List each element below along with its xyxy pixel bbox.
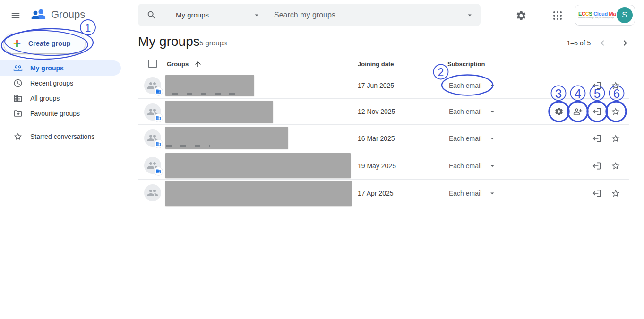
domain-badge-icon bbox=[156, 115, 161, 121]
group-count: 5 groups bbox=[199, 39, 227, 47]
select-all-checkbox[interactable] bbox=[148, 60, 157, 68]
next-page-button[interactable] bbox=[619, 37, 631, 49]
redacted-text-fragment bbox=[172, 93, 243, 95]
avatar[interactable]: S bbox=[617, 7, 633, 23]
organization-badge bbox=[155, 114, 163, 122]
chevron-down-icon bbox=[488, 162, 497, 170]
plus-multicolor-icon bbox=[12, 38, 22, 49]
previous-page-button[interactable] bbox=[597, 37, 608, 49]
table-header: Groups Joining date Subscription bbox=[138, 57, 629, 72]
sidebar-item-label: Recent groups bbox=[30, 79, 73, 87]
redacted-group-name bbox=[165, 101, 273, 123]
search-bar[interactable]: My groups Search my groups bbox=[138, 4, 481, 26]
column-header-subscription: Subscription bbox=[447, 57, 485, 72]
leave-group-button[interactable] bbox=[587, 76, 606, 95]
chevron-down-icon bbox=[488, 107, 497, 116]
chevron-right-icon bbox=[619, 37, 631, 49]
table-row[interactable]: 19 May 2025 Each email bbox=[138, 152, 629, 180]
sidebar-item-recent-groups[interactable]: Recent groups bbox=[0, 76, 121, 91]
domain-badge-icon bbox=[156, 141, 161, 147]
leave-group-icon bbox=[592, 81, 601, 90]
create-group-label: Create group bbox=[28, 40, 71, 47]
chevron-down-icon bbox=[488, 81, 497, 90]
sidebar-item-label: My groups bbox=[30, 64, 64, 72]
sidebar-item-starred-conversations[interactable]: Starred conversations bbox=[0, 129, 121, 144]
column-header-joining-date: Joining date bbox=[358, 57, 394, 72]
redacted-group-name bbox=[165, 153, 351, 178]
leave-group-button[interactable] bbox=[587, 184, 606, 203]
star-icon bbox=[611, 134, 620, 143]
create-group-button[interactable]: Create group bbox=[4, 33, 85, 53]
subscription-dropdown[interactable]: Each email bbox=[449, 134, 497, 143]
brand-word: Cloud bbox=[592, 11, 609, 17]
sidebar-item-all-groups[interactable]: All groups bbox=[0, 91, 121, 106]
domain-icon bbox=[13, 94, 23, 103]
avatar-letter: S bbox=[622, 10, 627, 20]
leave-group-button[interactable] bbox=[587, 102, 606, 121]
table-row[interactable]: 12 Nov 2025 Each email bbox=[138, 99, 629, 125]
leave-group-button[interactable] bbox=[587, 156, 606, 175]
star-group-button[interactable] bbox=[606, 184, 625, 203]
arrow-up-icon bbox=[194, 60, 202, 69]
search-icon bbox=[146, 10, 157, 20]
star-icon bbox=[611, 161, 620, 171]
domain-badge-icon bbox=[156, 169, 161, 174]
gear-icon bbox=[515, 10, 527, 21]
leave-group-icon bbox=[592, 134, 601, 143]
brand-word: Mail bbox=[609, 11, 616, 17]
chevron-down-icon bbox=[252, 11, 261, 19]
group-avatar bbox=[144, 184, 161, 201]
subscription-value: Each email bbox=[449, 162, 481, 170]
subscription-value: Each email bbox=[449, 108, 481, 115]
pagination-range: 1–5 of 5 bbox=[562, 39, 595, 47]
add-members-button[interactable] bbox=[568, 102, 587, 121]
search-scope-dropdown[interactable]: My groups bbox=[176, 11, 266, 19]
joining-date: 17 Jun 2025 bbox=[358, 82, 394, 89]
redacted-text-fragment bbox=[166, 145, 210, 147]
chevron-down-icon bbox=[488, 189, 497, 198]
joining-date: 16 Mar 2025 bbox=[358, 135, 395, 142]
advanced-search-chevron-icon[interactable] bbox=[465, 11, 474, 19]
sidebar-item-favourite-groups[interactable]: Favourite groups bbox=[0, 106, 121, 121]
subscription-dropdown[interactable]: Each email bbox=[449, 81, 497, 90]
star-group-button[interactable] bbox=[606, 102, 625, 121]
sidebar-item-label: All groups bbox=[30, 95, 60, 102]
table-row[interactable]: 17 Jun 2025 Each email bbox=[138, 72, 629, 99]
group-settings-button[interactable] bbox=[550, 102, 568, 121]
google-apps-button[interactable] bbox=[552, 9, 564, 22]
main-menu-button[interactable] bbox=[9, 9, 22, 22]
organization-badge bbox=[155, 167, 163, 175]
star-group-button[interactable] bbox=[606, 76, 625, 95]
star-group-button[interactable] bbox=[606, 156, 625, 175]
star-icon bbox=[13, 132, 23, 141]
table-row[interactable]: 16 Mar 2025 Each email bbox=[138, 125, 629, 152]
column-header-groups[interactable]: Groups bbox=[167, 57, 189, 72]
google-groups-page: Groups My groups Search my groups ECCS C… bbox=[0, 0, 644, 319]
groups-logo-icon bbox=[29, 6, 47, 24]
subscription-dropdown[interactable]: Each email bbox=[449, 107, 497, 116]
star-icon bbox=[611, 107, 620, 116]
redacted-group-name bbox=[165, 181, 352, 206]
settings-button[interactable] bbox=[515, 9, 528, 22]
apps-grid-icon bbox=[552, 10, 563, 21]
sort-ascending-button[interactable] bbox=[194, 60, 202, 69]
table-row[interactable]: 17 Apr 2025 Each email bbox=[138, 180, 629, 207]
sidebar-item-my-groups[interactable]: My groups bbox=[0, 60, 121, 76]
gear-icon bbox=[554, 107, 564, 116]
search-input[interactable]: Search my groups bbox=[274, 11, 465, 19]
search-scope-label: My groups bbox=[176, 11, 209, 19]
person-add-icon bbox=[573, 107, 583, 116]
chevron-left-icon bbox=[597, 37, 608, 49]
app-name: Groups bbox=[51, 9, 85, 21]
account-chip[interactable]: ECCS Cloud Mail Information Technology C… bbox=[575, 5, 635, 26]
leave-group-button[interactable] bbox=[587, 129, 606, 148]
joining-date: 17 Apr 2025 bbox=[358, 190, 394, 197]
folder-star-icon bbox=[13, 109, 23, 118]
groups-logo[interactable]: Groups bbox=[29, 6, 85, 24]
organization-badge bbox=[155, 140, 163, 148]
subscription-dropdown[interactable]: Each email bbox=[449, 189, 497, 198]
subscription-value: Each email bbox=[449, 135, 481, 142]
subscription-dropdown[interactable]: Each email bbox=[449, 162, 497, 170]
sidebar-item-label: Starred conversations bbox=[30, 133, 94, 140]
star-group-button[interactable] bbox=[606, 129, 625, 148]
